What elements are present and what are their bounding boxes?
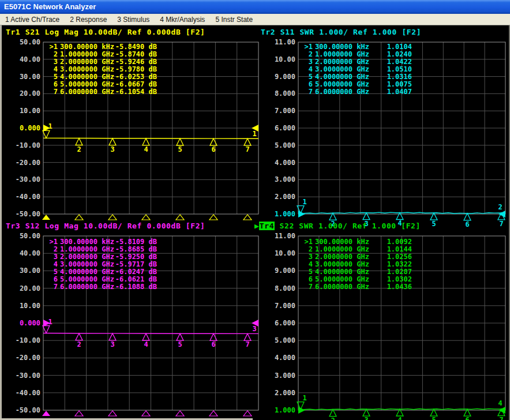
marker-number-label: 3	[110, 145, 114, 153]
vna-application-window: E5071C Network Analyzer 1 Active Ch/Trac…	[0, 0, 510, 420]
marker-row-number: 7	[298, 283, 313, 291]
marker-table-row: 32.0000000 GHz1.0422	[0, 58, 510, 66]
y-axis-label: 1.000	[257, 210, 295, 218]
marker-symbol[interactable]	[109, 138, 116, 145]
active-trace-label[interactable]: Tr4	[259, 222, 275, 230]
stimulus-marker-active[interactable]	[42, 411, 50, 416]
trace-label[interactable]: Tr2	[261, 28, 280, 36]
stimulus-marker[interactable]	[209, 215, 217, 220]
marker-table-row: 65.0000000 GHz1.0075	[0, 81, 510, 88]
y-axis-label: -40.00	[2, 389, 40, 397]
marker-symbol[interactable]	[142, 333, 149, 340]
marker-table-row: >1300.00000 kHz1.0092	[0, 238, 510, 246]
menu-item-4[interactable]: 4 Mkr/Analysis	[155, 14, 210, 25]
menu-item-1[interactable]: 1 Active Ch/Trace	[0, 14, 65, 25]
y-axis-label: 6.000	[257, 124, 295, 132]
marker-number-label: 1	[48, 318, 52, 326]
stimulus-marker[interactable]	[243, 215, 252, 220]
menu-item-3[interactable]: 3 Stimulus	[112, 14, 155, 25]
marker-number-label: 1	[302, 198, 306, 206]
marker-symbol[interactable]	[142, 138, 149, 145]
y-axis-label: 4.000	[257, 354, 295, 362]
marker-symbol[interactable]	[210, 333, 217, 340]
trace-label[interactable]: Tr1	[6, 28, 25, 36]
trace-header-tr1[interactable]: Tr1 S21 Log Mag 10.00dB/ Ref 0.000dB [F2…	[6, 28, 205, 36]
marker-symbol[interactable]	[177, 138, 183, 145]
marker-symbol[interactable]	[76, 333, 82, 340]
marker-number-label: 5	[432, 416, 436, 420]
y-axis-label: -30.00	[2, 372, 40, 380]
marker-number-label: 3	[364, 416, 368, 420]
marker-table-row: 43.0000000 GHz1.0322	[0, 261, 510, 268]
marker-symbol[interactable]	[210, 138, 217, 145]
marker-number-label: 2	[77, 145, 81, 153]
y-axis-label: 5.000	[257, 336, 295, 344]
stimulus-marker[interactable]	[108, 411, 117, 416]
marker-table-row: 54.0000000 GHz1.0316	[0, 73, 510, 81]
stimulus-marker[interactable]	[142, 215, 150, 220]
marker-table-row: 76.0000000 GHz1.0407	[0, 88, 510, 96]
stimulus-marker[interactable]	[142, 411, 150, 416]
marker-number-label: 7	[499, 220, 503, 228]
marker-number-label: 2	[331, 417, 335, 420]
trace-header-tr2[interactable]: Tr2 S11 SWR 1.000/ Ref 1.000 [F2]	[261, 28, 421, 36]
marker-number-label: 4	[144, 145, 148, 153]
marker-number-label: 7	[499, 416, 503, 420]
instrument-display: 1234567112345672123456731234567450.0040.…	[0, 25, 510, 420]
marker-table-row: 21.0000000 GHz1.0144	[0, 246, 510, 253]
y-axis-label: -20.00	[2, 159, 40, 167]
marker-symbol[interactable]	[244, 138, 251, 145]
y-axis-label: -40.00	[2, 193, 40, 201]
marker-number-label: 2	[77, 340, 81, 348]
menu-item-2[interactable]: 2 Response	[65, 14, 112, 25]
marker-row-value: 1.0436	[365, 283, 412, 291]
stimulus-marker[interactable]	[176, 215, 184, 220]
marker-table-row: 32.0000000 GHz1.0256	[0, 253, 510, 261]
y-axis-label: 10.00	[2, 107, 40, 115]
window-title-bar[interactable]: E5071C Network Analyzer	[0, 0, 510, 14]
marker-symbol[interactable]	[76, 138, 82, 145]
stimulus-marker[interactable]	[108, 215, 117, 220]
marker-symbol[interactable]	[464, 213, 471, 220]
marker-table-row: 76.0000000 GHz1.0436	[0, 283, 510, 291]
y-axis-label: 0.000	[2, 319, 40, 327]
y-axis-label: 7.000	[257, 107, 295, 115]
trace-format-readout: S11 SWR 1.000/ Ref 1.000 [F2]	[280, 28, 421, 36]
marker-row-frequency: 6.0000000 GHz	[315, 88, 369, 96]
stimulus-marker[interactable]	[176, 411, 184, 416]
marker-symbol[interactable]	[244, 333, 251, 340]
marker-number-label: 6	[465, 416, 469, 420]
marker-table-row: 65.0000000 GHz1.0302	[0, 276, 510, 283]
y-axis-label: 4.000	[257, 159, 295, 167]
marker-symbol[interactable]	[396, 213, 403, 220]
marker-row-value: 1.0407	[365, 88, 412, 96]
marker-symbol[interactable]	[177, 333, 183, 340]
marker-number-label: 5	[432, 220, 436, 228]
menu-item-5[interactable]: 5 Instr State	[210, 14, 258, 25]
marker-row-frequency: 6.0000000 GHz	[315, 283, 369, 291]
window-title: E5071C Network Analyzer	[4, 2, 96, 11]
y-axis-label: 10.00	[2, 302, 40, 310]
stimulus-marker-active[interactable]	[42, 215, 50, 220]
y-axis-label: -50.00	[2, 210, 40, 218]
y-axis-label: -50.00	[2, 406, 40, 414]
marker-table-row: 54.0000000 GHz1.0287	[0, 268, 510, 276]
y-axis-label: 3.000	[257, 175, 295, 183]
trace-header-tr4[interactable]: ▶Tr4 S22 SWR 1.000/ Ref 1.000 [F2]	[254, 222, 421, 230]
stimulus-marker[interactable]	[75, 215, 83, 220]
marker-table-row: 43.0000000 GHz1.0510	[0, 66, 510, 73]
y-axis-label: 0.000	[2, 124, 40, 132]
stimulus-marker[interactable]	[209, 411, 217, 416]
y-axis-label: 2.000	[257, 193, 295, 201]
stimulus-marker[interactable]	[243, 411, 252, 416]
trace-label[interactable]: Tr3	[6, 222, 25, 230]
marker-symbol[interactable]	[109, 333, 116, 340]
marker-symbol-active[interactable]	[43, 326, 50, 333]
y-axis-label: 1.000	[257, 406, 295, 414]
marker-symbol-active[interactable]	[43, 130, 50, 138]
menu-bar: 1 Active Ch/Trace2 Response3 Stimulus4 M…	[0, 14, 510, 25]
marker-table-row: >1300.00000 kHz1.0104	[0, 43, 510, 51]
stimulus-marker[interactable]	[75, 411, 83, 416]
trace-header-tr3[interactable]: Tr3 S12 Log Mag 10.00dB/ Ref 0.000dB [F2…	[6, 222, 205, 230]
trace-format-readout: S12 Log Mag 10.00dB/ Ref 0.000dB [F2]	[25, 222, 205, 230]
